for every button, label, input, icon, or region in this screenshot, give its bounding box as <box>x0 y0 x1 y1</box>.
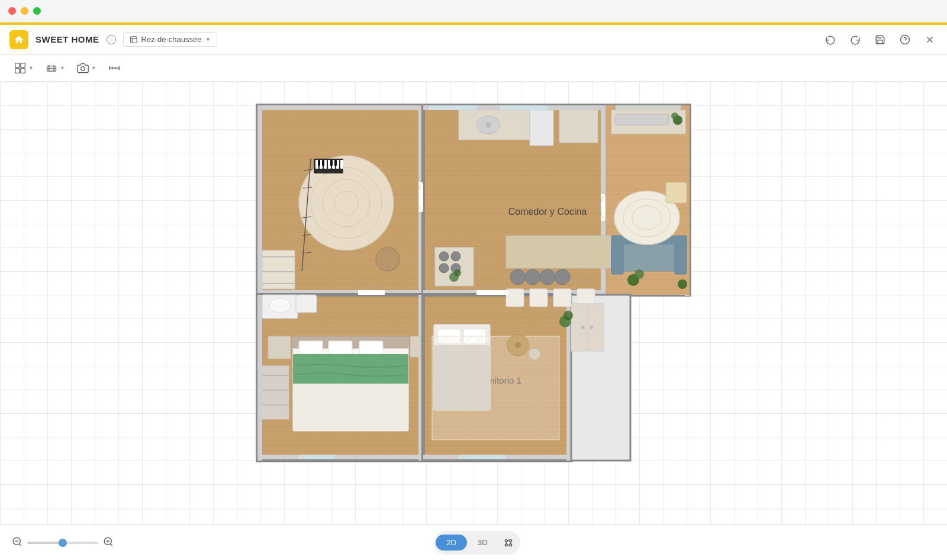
svg-line-166 <box>110 543 112 545</box>
header: SWEET HOME i Rez-de-chaussée ▼ <box>0 25 947 54</box>
svg-rect-112 <box>666 182 687 203</box>
svg-rect-116 <box>616 114 669 125</box>
save-icon <box>875 34 885 45</box>
svg-point-104 <box>454 269 461 276</box>
svg-point-88 <box>439 252 449 261</box>
svg-rect-7 <box>15 63 20 67</box>
zoom-in-button[interactable] <box>103 536 114 549</box>
svg-rect-80 <box>262 283 295 284</box>
view-toggle: 2D 3D <box>434 531 520 555</box>
svg-point-171 <box>505 543 507 546</box>
svg-rect-99 <box>553 289 571 307</box>
floor-label: Rez-de-chaussée <box>141 35 202 44</box>
header-right <box>823 32 938 47</box>
svg-point-118 <box>634 269 644 279</box>
svg-point-90 <box>439 263 449 273</box>
svg-rect-142 <box>299 341 323 354</box>
svg-rect-74 <box>330 160 333 166</box>
svg-rect-75 <box>334 160 337 166</box>
close-dot[interactable] <box>8 7 16 15</box>
zoom-out-icon <box>12 536 22 547</box>
svg-point-139 <box>563 311 573 320</box>
zoom-slider-thumb[interactable] <box>59 539 67 547</box>
help-icon <box>900 34 910 45</box>
furniture-view-button[interactable] <box>498 533 518 553</box>
svg-rect-98 <box>530 289 547 307</box>
close-icon <box>925 34 935 45</box>
select-tool-button[interactable]: ▼ <box>9 59 38 78</box>
redo-icon <box>850 34 861 45</box>
svg-rect-146 <box>293 384 408 431</box>
svg-rect-150 <box>262 375 289 376</box>
svg-rect-79 <box>262 271 295 272</box>
svg-rect-71 <box>340 160 343 169</box>
svg-rect-159 <box>616 105 681 110</box>
svg-point-169 <box>505 539 507 542</box>
floor-icon <box>130 36 138 44</box>
select-icon <box>14 62 26 74</box>
zoom-out-button[interactable] <box>12 536 22 549</box>
svg-rect-149 <box>262 366 289 419</box>
floor-selector[interactable]: Rez-de-chaussée ▼ <box>123 32 218 47</box>
svg-rect-152 <box>262 404 289 405</box>
svg-point-76 <box>376 247 400 271</box>
svg-rect-153 <box>358 290 385 295</box>
svg-rect-0 <box>130 36 137 43</box>
help-button[interactable] <box>897 32 913 47</box>
svg-rect-48 <box>257 295 262 461</box>
view-3d-button[interactable]: 3D <box>467 535 498 551</box>
svg-point-133 <box>529 348 540 360</box>
svg-point-136 <box>581 326 585 329</box>
svg-rect-9 <box>15 68 20 73</box>
svg-rect-147 <box>268 336 291 359</box>
info-icon[interactable]: i <box>107 35 116 44</box>
svg-rect-143 <box>328 341 352 354</box>
view-2d-button[interactable]: 2D <box>436 535 467 551</box>
maximize-dot[interactable] <box>33 7 41 15</box>
svg-rect-72 <box>318 160 320 166</box>
comedor-label: Comedor y Cocina <box>508 207 587 217</box>
furniture-view-icon <box>502 536 515 549</box>
svg-rect-73 <box>322 160 324 166</box>
zoom-control <box>12 536 114 549</box>
save-button[interactable] <box>872 32 888 47</box>
canvas-area[interactable]: Comedor y Cocina PASILLO Dormitorio 1 Do… <box>0 82 947 560</box>
redo-button[interactable] <box>848 32 863 47</box>
svg-line-163 <box>19 543 21 545</box>
svg-point-137 <box>590 326 593 329</box>
furniture-chevron: ▼ <box>60 65 65 71</box>
svg-point-119 <box>678 279 687 289</box>
svg-point-115 <box>671 112 678 120</box>
close-button[interactable] <box>922 32 938 47</box>
svg-rect-158 <box>500 105 547 110</box>
select-chevron: ▼ <box>28 65 34 71</box>
app-logo <box>9 30 28 49</box>
svg-rect-155 <box>476 290 509 295</box>
svg-rect-92 <box>506 236 613 268</box>
svg-rect-151 <box>262 390 289 391</box>
svg-rect-160 <box>299 455 334 459</box>
svg-point-54 <box>299 156 394 250</box>
svg-rect-83 <box>296 295 317 313</box>
bottom-bar: 2D 3D <box>0 524 947 560</box>
header-left: SWEET HOME i Rez-de-chaussée ▼ <box>9 30 217 49</box>
svg-rect-8 <box>21 63 25 67</box>
floorplan-svg: Comedor y Cocina PASILLO Dormitorio 1 Do… <box>252 99 695 466</box>
furniture-tool-button[interactable]: ▼ <box>41 59 70 78</box>
window-controls <box>8 7 41 15</box>
svg-point-95 <box>540 269 555 285</box>
undo-button[interactable] <box>823 32 838 47</box>
minimize-dot[interactable] <box>21 7 28 15</box>
camera-tool-button[interactable]: ▼ <box>72 59 101 78</box>
toolbar: ▼ ▼ ▼ <box>0 54 947 82</box>
svg-rect-10 <box>21 68 25 73</box>
zoom-slider-track[interactable] <box>27 542 98 544</box>
svg-rect-154 <box>418 182 423 212</box>
measure-tool-button[interactable] <box>104 59 125 78</box>
measure-icon <box>108 62 120 74</box>
zoom-in-icon <box>103 536 114 547</box>
floorplan-container: Comedor y Cocina PASILLO Dormitorio 1 Do… <box>252 99 695 466</box>
svg-point-86 <box>485 122 491 128</box>
svg-rect-148 <box>410 336 421 357</box>
svg-point-132 <box>515 342 521 348</box>
